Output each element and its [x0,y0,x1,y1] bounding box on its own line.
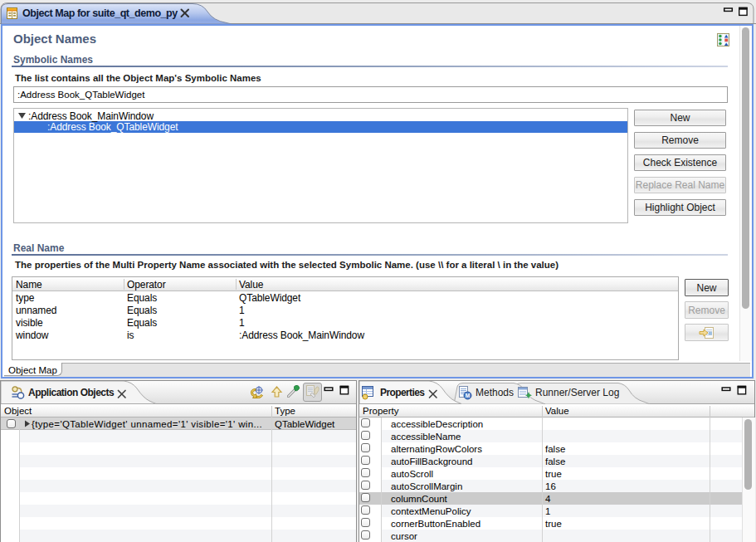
svg-text:M: M [466,393,470,398]
svg-text:Object Map for suite_qt_demo_p: Object Map for suite_qt_demo_py [22,7,178,19]
